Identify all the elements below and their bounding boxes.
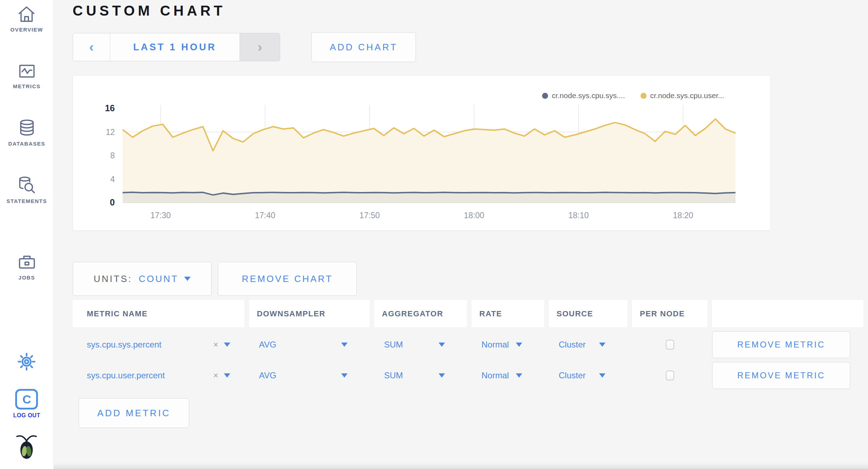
chevron-right-icon: ›: [258, 40, 262, 55]
metric-select-dropdown[interactable]: ×: [213, 340, 230, 350]
briefcase-icon: [17, 253, 37, 271]
remove-chart-button[interactable]: REMOVE CHART: [218, 262, 357, 296]
time-range-label-button[interactable]: LAST 1 HOUR: [110, 33, 239, 61]
chevron-down-icon: [439, 343, 445, 347]
svg-text:0: 0: [110, 197, 115, 207]
logout-letter: C: [22, 392, 31, 406]
aggregator-dropdown[interactable]: SUM: [374, 340, 467, 350]
sidebar-item-statements[interactable]: STATEMENTS: [6, 176, 47, 204]
source-dropdown[interactable]: Cluster: [549, 340, 627, 350]
svg-text:12: 12: [106, 128, 115, 137]
sidebar-item-label: METRICS: [13, 83, 41, 89]
metrics-table: METRIC NAME DOWNSAMPLER AGGREGATOR RATE …: [73, 300, 868, 389]
time-range-label: LAST 1 HOUR: [133, 42, 216, 53]
svg-text:17:30: 17:30: [150, 211, 171, 220]
svg-text:4: 4: [110, 175, 115, 184]
table-row: sys.cpu.sys.percent × AVG SUM Normal Clu…: [73, 331, 868, 358]
metric-select-dropdown[interactable]: ×: [213, 371, 230, 380]
chevron-down-icon: [224, 373, 230, 378]
add-metric-button[interactable]: ADD METRIC: [79, 398, 189, 428]
svg-text:17:40: 17:40: [255, 211, 275, 220]
sidebar-item-label: JOBS: [18, 275, 35, 281]
column-header-actions: [712, 300, 863, 327]
chevron-down-icon: [224, 343, 230, 347]
sidebar-item-databases[interactable]: DATABASES: [8, 118, 45, 147]
remove-metric-button[interactable]: REMOVE METRIC: [712, 331, 850, 358]
sidebar-item-label: OVERVIEW: [10, 27, 43, 33]
per-node-checkbox[interactable]: [666, 371, 674, 380]
main-content: CUSTOM CHART ‹ LAST 1 HOUR › ADD CHART c…: [54, 0, 868, 469]
home-icon: [17, 5, 36, 23]
rate-dropdown[interactable]: Normal: [472, 340, 544, 350]
svg-text:18:00: 18:00: [464, 211, 484, 220]
legend-entry[interactable]: cr.node.sys.cpu.sys....: [542, 91, 625, 100]
chevron-down-icon: [599, 373, 605, 378]
chevron-down-icon: [341, 343, 348, 347]
metrics-table-header: METRIC NAME DOWNSAMPLER AGGREGATOR RATE …: [73, 300, 868, 327]
legend-entry[interactable]: cr.node.sys.cpu.user...: [641, 91, 724, 100]
chevron-down-icon: [341, 373, 348, 378]
cockroachdb-logo-icon: [16, 434, 38, 463]
time-range-prev-button[interactable]: ‹: [73, 33, 110, 61]
downsampler-value: AVG: [259, 340, 276, 350]
chevron-down-icon: [599, 343, 605, 347]
source-dropdown[interactable]: Cluster: [549, 371, 627, 380]
svg-text:16: 16: [105, 103, 115, 113]
legend-dot-user: [641, 93, 647, 99]
page-title: CUSTOM CHART: [73, 3, 868, 19]
aggregator-value: SUM: [384, 371, 403, 380]
legend-label: cr.node.sys.cpu.sys....: [552, 91, 625, 100]
database-icon: [17, 118, 37, 137]
metric-name-value: sys.cpu.sys.percent: [87, 340, 162, 350]
column-header-rate: RATE: [472, 300, 544, 327]
sidebar-item-overview[interactable]: OVERVIEW: [10, 5, 43, 33]
source-value: Cluster: [559, 340, 586, 350]
logout-button[interactable]: C LOG OUT: [13, 389, 40, 419]
custom-chart-panel: cr.node.sys.cpu.sys.... cr.node.sys.cpu.…: [73, 75, 771, 231]
chevron-down-icon: [516, 343, 522, 347]
units-label: UNITS:: [94, 273, 132, 284]
cockroach-c-icon: C: [15, 389, 38, 409]
source-value: Cluster: [559, 371, 586, 380]
svg-text:17:50: 17:50: [359, 211, 380, 220]
sidebar-item-jobs[interactable]: JOBS: [17, 253, 37, 281]
column-header-source: SOURCE: [549, 300, 627, 327]
aggregator-dropdown[interactable]: SUM: [374, 371, 467, 380]
sidebar: OVERVIEW METRICS DATABASES: [0, 0, 54, 469]
rate-value: Normal: [481, 340, 509, 350]
downsampler-value: AVG: [259, 371, 276, 380]
units-dropdown[interactable]: UNITS: COUNT: [73, 262, 212, 296]
settings-gear-icon[interactable]: [16, 351, 37, 373]
svg-text:8: 8: [110, 151, 115, 160]
rate-dropdown[interactable]: Normal: [472, 371, 544, 380]
downsampler-dropdown[interactable]: AVG: [249, 340, 370, 350]
add-chart-button[interactable]: ADD CHART: [311, 32, 416, 62]
chevron-left-icon: ‹: [89, 40, 94, 55]
rate-value: Normal: [481, 371, 509, 380]
column-header-metric-name: METRIC NAME: [73, 300, 244, 327]
column-header-downsampler: DOWNSAMPLER: [249, 300, 370, 327]
chevron-down-icon: [184, 277, 191, 281]
clear-metric-icon[interactable]: ×: [213, 371, 218, 380]
time-range-next-button[interactable]: ›: [239, 33, 280, 61]
chevron-down-icon: [516, 373, 522, 378]
legend-dot-sys: [542, 93, 548, 99]
clear-metric-icon[interactable]: ×: [213, 340, 218, 350]
remove-metric-button[interactable]: REMOVE METRIC: [712, 362, 850, 389]
per-node-checkbox[interactable]: [666, 340, 674, 350]
column-header-per-node: PER NODE: [632, 300, 708, 327]
svg-text:18:20: 18:20: [673, 211, 693, 220]
statements-icon: [17, 176, 36, 195]
downsampler-dropdown[interactable]: AVG: [249, 371, 370, 380]
time-range-selector: ‹ LAST 1 HOUR ›: [73, 33, 280, 61]
metric-name-value: sys.cpu.user.percent: [87, 371, 165, 380]
logout-label: LOG OUT: [13, 412, 40, 419]
column-header-aggregator: AGGREGATOR: [374, 300, 467, 327]
sidebar-item-label: DATABASES: [8, 141, 45, 147]
sidebar-item-metrics[interactable]: METRICS: [13, 62, 41, 89]
units-value: COUNT: [139, 273, 178, 284]
sidebar-item-label: STATEMENTS: [6, 198, 47, 204]
chart-legend: cr.node.sys.cpu.sys.... cr.node.sys.cpu.…: [542, 91, 724, 100]
legend-label: cr.node.sys.cpu.user...: [650, 91, 724, 100]
svg-text:18:10: 18:10: [568, 211, 589, 220]
